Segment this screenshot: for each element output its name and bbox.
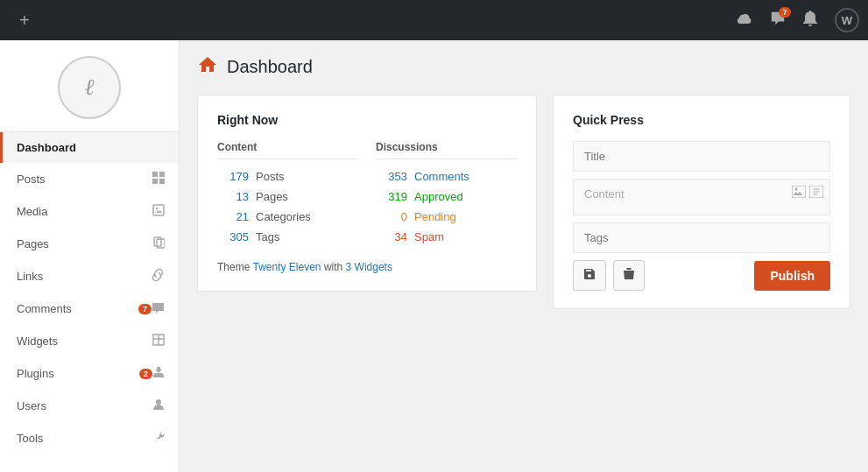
qp-content-placeholder: Content <box>584 187 625 201</box>
svg-rect-17 <box>624 271 634 271</box>
discussions-header: Discussions <box>376 141 517 159</box>
sidebar-item-posts[interactable]: Posts <box>0 163 179 195</box>
quick-press-widget: Quick Press Content <box>553 95 850 309</box>
bell-icon[interactable] <box>794 11 826 31</box>
sidebar-item-links[interactable]: Links <box>0 260 179 292</box>
delete-button[interactable] <box>613 260 645 291</box>
posts-label: Posts <box>256 170 285 183</box>
pending-count: 0 <box>376 210 407 223</box>
content-area: Dashboard Right Now Content 179 Posts <box>180 40 868 472</box>
theme-text: Theme <box>217 261 250 273</box>
add-new-button[interactable]: + <box>9 11 40 31</box>
sidebar-label-dashboard: Dashboard <box>17 141 165 154</box>
sidebar-label-posts: Posts <box>17 173 152 186</box>
theme-line: Theme Twenty Eleven with 3 Widgets <box>217 261 517 273</box>
discussions-column: Discussions 353 Comments 319 Approved 0 <box>376 141 517 247</box>
notifications-icon[interactable]: 7 <box>761 11 794 31</box>
spam-count: 34 <box>376 230 407 243</box>
spam-label: Spam <box>414 230 444 243</box>
sidebar-item-media[interactable]: Media <box>0 195 179 228</box>
qp-title-input[interactable] <box>573 141 830 172</box>
right-now-widget: Right Now Content 179 Posts 13 Pages <box>197 95 537 292</box>
plugins-icon <box>152 366 165 381</box>
table-row: 21 Categories <box>217 207 358 227</box>
svg-rect-0 <box>152 172 158 177</box>
add-media-icon[interactable] <box>809 186 823 201</box>
qp-content-row: Content <box>573 179 830 215</box>
sidebar-item-users[interactable]: Users <box>0 390 179 422</box>
sidebar-label-pages: Pages <box>17 237 153 250</box>
pending-label: Pending <box>414 210 456 223</box>
pages-count: 13 <box>217 190 249 203</box>
right-now-title: Right Now <box>217 113 517 127</box>
qp-content-icons <box>792 186 823 201</box>
widgets-link[interactable]: 3 Widgets <box>346 261 392 273</box>
pages-icon <box>153 236 165 251</box>
tags-count: 305 <box>217 230 249 243</box>
widgets-icon <box>152 334 165 349</box>
table-row: 353 Comments <box>376 166 517 187</box>
table-row: 13 Pages <box>217 187 358 207</box>
svg-rect-12 <box>792 186 806 198</box>
svg-rect-1 <box>159 172 165 177</box>
sidebar-item-plugins[interactable]: Plugins 2 <box>0 357 179 390</box>
sidebar-label-links: Links <box>17 270 151 283</box>
pages-label: Pages <box>256 190 288 203</box>
comments-count: 353 <box>376 170 407 183</box>
theme-name-link[interactable]: Twenty Eleven <box>252 261 321 273</box>
svg-point-11 <box>156 399 161 405</box>
content-column: Content 179 Posts 13 Pages 21 <box>217 141 358 247</box>
right-column: Quick Press Content <box>553 95 850 309</box>
svg-point-5 <box>156 208 158 209</box>
links-icon <box>151 269 165 284</box>
table-row: 319 Approved <box>376 187 517 207</box>
save-draft-button[interactable] <box>573 260 606 291</box>
top-bar-icons: 7 W <box>726 8 868 32</box>
posts-icon <box>152 172 165 187</box>
sidebar: ℓ Dashboard Posts Media Pages Links <box>0 40 180 472</box>
content-header: Content <box>217 141 358 159</box>
dashboard-header-icon <box>197 54 218 79</box>
categories-label: Categories <box>256 210 311 223</box>
sidebar-item-pages[interactable]: Pages <box>0 228 179 260</box>
sidebar-item-widgets[interactable]: Widgets <box>0 325 179 357</box>
table-row: 34 Spam <box>376 227 517 247</box>
svg-rect-3 <box>159 179 165 184</box>
page-title: Dashboard <box>227 57 313 77</box>
tools-icon <box>152 431 165 446</box>
site-logo: ℓ <box>58 56 121 119</box>
sidebar-label-users: Users <box>17 399 152 412</box>
page-header: Dashboard <box>197 54 850 79</box>
comments-icon <box>152 301 165 316</box>
sidebar-item-tools[interactable]: Tools <box>0 422 179 454</box>
posts-count: 179 <box>217 170 249 183</box>
left-column: Right Now Content 179 Posts 13 Pages <box>197 95 537 309</box>
sidebar-item-comments[interactable]: Comments 7 <box>0 292 179 325</box>
table-row: 305 Tags <box>217 227 358 247</box>
svg-rect-2 <box>152 179 158 184</box>
dashboard-columns: Right Now Content 179 Posts 13 Pages <box>197 95 850 309</box>
categories-count: 21 <box>217 210 249 223</box>
top-bar: + 7 W <box>0 0 868 40</box>
theme-with: with <box>324 261 346 273</box>
sidebar-item-dashboard[interactable]: Dashboard <box>0 132 179 163</box>
sidebar-logo: ℓ <box>0 40 179 132</box>
table-row: 179 Posts <box>217 166 358 187</box>
qp-tags-input[interactable] <box>573 222 830 253</box>
sidebar-label-media: Media <box>17 205 152 218</box>
approved-label: Approved <box>414 190 463 203</box>
main-layout: ℓ Dashboard Posts Media Pages Links <box>0 40 868 472</box>
add-image-icon[interactable] <box>792 186 806 201</box>
media-icon <box>152 204 165 219</box>
tags-label: Tags <box>256 230 279 243</box>
publish-button[interactable]: Publish <box>754 261 830 291</box>
cloud-icon[interactable] <box>726 11 761 30</box>
quick-press-title: Quick Press <box>573 113 830 127</box>
wp-icon[interactable]: W <box>826 8 868 32</box>
sidebar-label-plugins: Plugins <box>17 367 135 380</box>
plugins-badge: 2 <box>139 369 152 379</box>
comments-badge: 7 <box>138 304 152 314</box>
qp-actions: Publish <box>573 260 830 291</box>
notifications-badge: 7 <box>779 7 791 18</box>
svg-rect-4 <box>153 205 164 215</box>
